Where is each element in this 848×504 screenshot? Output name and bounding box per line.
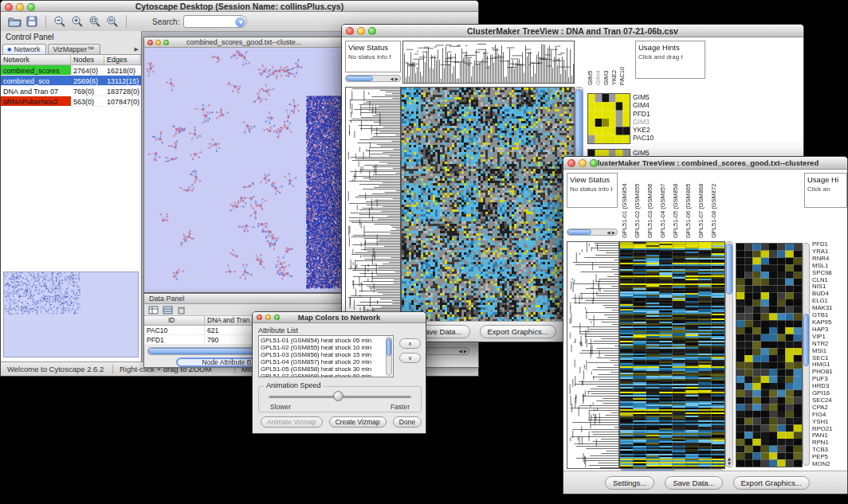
detail-vscrollbar[interactable] <box>803 243 810 466</box>
attribute-list-item[interactable]: GPL51-01 (GSM854) heat shock 05 min <box>261 337 391 344</box>
attribute-list-vscrollbar[interactable] <box>386 337 392 376</box>
minimize-button[interactable] <box>16 3 24 11</box>
close-button[interactable] <box>147 40 153 45</box>
attribute-list-item[interactable]: GPL51-03 (GSM856) heat shock 15 min <box>261 351 391 358</box>
done-button[interactable]: Done <box>393 416 422 428</box>
column-header-edges[interactable]: Edges <box>104 55 141 64</box>
column-header-network[interactable]: Network <box>1 55 71 64</box>
zoom-button[interactable] <box>163 40 169 45</box>
main-titlebar[interactable]: Cytoscape Desktop (Session Name: collins… <box>1 1 478 12</box>
birds-eye-view[interactable] <box>3 272 139 357</box>
zoom-selected-button[interactable] <box>104 14 121 29</box>
scroll-thumb[interactable] <box>803 314 809 366</box>
network-table: combined_scores2764(0)16218(0)combined_s… <box>1 65 141 107</box>
heatmap-canvas[interactable] <box>619 241 725 469</box>
delete-attributes-icon[interactable] <box>177 306 186 315</box>
attribute-list[interactable]: GPL51-01 (GSM854) heat shock 05 minGPL51… <box>258 335 394 377</box>
network-table-header: Network Nodes Edges <box>1 55 141 65</box>
column-dendrogram[interactable] <box>402 41 575 84</box>
close-button[interactable] <box>257 315 262 320</box>
move-up-button[interactable]: ∧ <box>399 338 421 349</box>
minimize-button[interactable] <box>357 27 365 35</box>
save-data-button[interactable]: Save Data... <box>665 476 722 490</box>
button-group: Settings...Save Data...Export Graphics..… <box>605 476 810 490</box>
attribute-list-item[interactable]: GPL51-02 (GSM855) heat shock 10 min <box>261 344 391 351</box>
network-row[interactable]: combined_sco2569(6)13112(15) <box>1 76 141 86</box>
control-panel-title: Control Panel <box>1 31 141 42</box>
scroll-thumb[interactable] <box>387 338 391 356</box>
view-status-text: No status info f <box>348 53 398 61</box>
scroll-left-icon[interactable]: ◀ <box>391 76 394 81</box>
tab-vizmapper[interactable]: VizMapper™ <box>48 44 100 54</box>
detail-heatmap[interactable] <box>736 243 803 467</box>
zoom-out-button[interactable] <box>51 14 69 29</box>
scroll-down-icon[interactable]: ▼ <box>728 461 731 466</box>
zoom-button[interactable] <box>590 159 598 167</box>
search-input[interactable]: ▼ <box>183 15 247 28</box>
network-row[interactable]: combined_scores2764(0)16218(0) <box>1 65 141 76</box>
heatmap-vscrollbar[interactable]: ▲▼ <box>725 241 733 467</box>
minimize-button[interactable] <box>579 159 587 167</box>
scroll-right-icon[interactable]: ▶ <box>395 76 398 81</box>
treeview-dna-titlebar[interactable]: ClusterMaker TreeView : DNA and Tran 07-… <box>342 25 803 37</box>
faster-label: Faster <box>391 403 410 411</box>
column-labels: GPL51-01 (GSM854GPL51-02 (GSM855GPL51-03… <box>621 171 726 238</box>
scroll-left-icon[interactable]: ◀ <box>607 230 610 235</box>
column-label: GIM4 <box>595 41 603 85</box>
zoom-fit-button[interactable] <box>86 14 104 29</box>
row-dendrogram[interactable] <box>345 87 401 335</box>
dendrogram-hscrollbar[interactable]: ◀▶ <box>345 75 401 82</box>
attribute-list-label: Attribute List <box>258 326 298 334</box>
attribute-list-item[interactable]: GPL51-04 (GSM857) heat shock 20 min <box>261 358 391 365</box>
speed-slider-thumb[interactable] <box>333 391 344 401</box>
create-vizmap-button[interactable]: Create Vizmap <box>329 416 387 428</box>
detail-heatmap[interactable] <box>587 93 630 144</box>
settings-button[interactable]: Settings... <box>605 476 654 490</box>
save-session-button[interactable] <box>23 14 41 29</box>
column-header-nodes[interactable]: Nodes <box>71 55 104 64</box>
zoom-button[interactable] <box>27 3 35 11</box>
heatmap-canvas[interactable] <box>401 87 575 335</box>
zoom-button[interactable] <box>274 315 280 320</box>
scroll-right-icon[interactable]: ▶ <box>464 349 467 354</box>
close-button[interactable] <box>567 159 575 167</box>
attribute-list-item[interactable]: GPL51-07 (GSM868) heat shock 60 min <box>261 373 391 377</box>
select-attributes-icon[interactable] <box>148 306 159 315</box>
network-name-cell: DNA and Tran 07 <box>1 86 71 96</box>
scroll-thumb[interactable] <box>726 244 732 295</box>
zoom-button[interactable] <box>368 27 376 35</box>
tab-scroll-right-icon[interactable]: ▶ <box>135 46 141 54</box>
scroll-thumb[interactable] <box>346 76 373 81</box>
open-session-button[interactable] <box>6 14 23 29</box>
export-graphics-button[interactable]: Export Graphics... <box>480 325 556 338</box>
scroll-left-icon[interactable]: ◀ <box>459 349 462 354</box>
row-dendrogram[interactable] <box>567 241 619 469</box>
dialog-titlebar[interactable]: Map Colors to Network <box>253 312 426 323</box>
treeview-combined-titlebar[interactable]: ClusterMaker TreeView : combined_scores_… <box>563 157 847 170</box>
close-button[interactable] <box>5 3 13 11</box>
tab-network[interactable]: ◆Network <box>2 44 46 54</box>
export-graphics-button[interactable]: Export Graphics... <box>733 476 810 490</box>
column-header-id[interactable]: ID <box>144 316 205 325</box>
minimize-button[interactable] <box>265 315 271 320</box>
usage-hints-title: Usage Hints <box>638 43 702 52</box>
gene-label: PAC10 <box>633 134 654 142</box>
network-view-titlebar[interactable]: combined_scores_good.txt--cluste... <box>144 37 344 48</box>
tab-label: Network <box>14 45 40 53</box>
network-row[interactable]: sRNAPuberNov2563(0)107847(0) <box>1 96 141 107</box>
animate-vizmap-button[interactable]: Animate Vizmap <box>261 416 323 428</box>
network-row[interactable]: DNA and Tran 07769(0)183728(0) <box>1 86 141 96</box>
attribute-list-item[interactable]: GPL51-05 (GSM858) heat shock 30 min <box>261 365 391 373</box>
scroll-right-icon[interactable]: ▶ <box>612 230 615 235</box>
zoom-in-button[interactable] <box>69 14 86 29</box>
minimize-button[interactable] <box>155 40 161 45</box>
move-down-button[interactable]: ∨ <box>399 353 421 363</box>
dendrogram-hscrollbar[interactable]: ◀▶ <box>567 229 618 236</box>
gene-label-list: PFD1YRA1RNR4MSL1SPC98CLN1NIS1BUD4ELG1MAK… <box>812 241 847 469</box>
table-grid-icon[interactable] <box>163 306 173 315</box>
scroll-thumb[interactable] <box>567 229 591 235</box>
close-button[interactable] <box>346 27 354 35</box>
network-canvas[interactable] <box>144 48 344 292</box>
combo-arrow-icon[interactable]: ▼ <box>235 17 245 27</box>
network-nodes-cell: 563(0) <box>71 96 104 106</box>
